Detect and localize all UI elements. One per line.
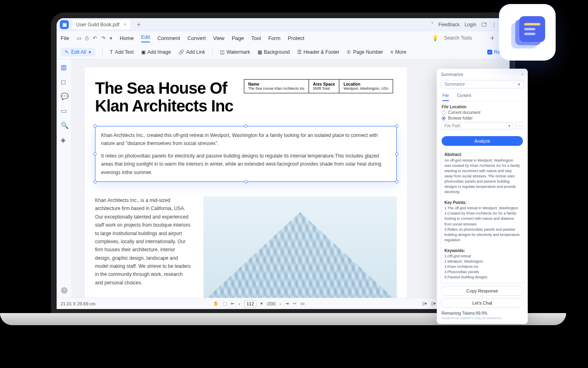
bookmark-icon[interactable]: ◻: [61, 78, 68, 85]
doc-paragraph: It relies on photovoltaic panels for ele…: [101, 152, 391, 177]
more-icon[interactable]: ⋮: [492, 22, 497, 27]
last-page-icon[interactable]: ⇥: [285, 301, 289, 306]
info-area-header: Ares Space: [313, 82, 335, 86]
resize-handle[interactable]: [93, 180, 97, 183]
redo-icon[interactable]: ↷: [101, 35, 106, 41]
menu-page[interactable]: Page: [232, 35, 244, 41]
document-tab[interactable]: User Guild Book.pdf ×: [72, 20, 130, 29]
feedback-link[interactable]: Feedback: [438, 22, 460, 27]
fit-page-icon[interactable]: ▭: [300, 301, 305, 306]
powered-by: Powered by ChatGPT, Only for Reference: [437, 316, 528, 324]
print-icon[interactable]: ⎙: [85, 35, 89, 41]
header-footer-icon: ☰: [297, 49, 302, 55]
keyword: 2.Westport, Washington: [444, 259, 483, 263]
analyze-button[interactable]: Analyze: [442, 136, 523, 146]
undo-icon[interactable]: ↶: [93, 35, 97, 41]
page-number-label: Page Number: [353, 49, 383, 55]
add-link-label: Add Link: [186, 49, 205, 55]
copy-response-button[interactable]: Copy Response: [441, 286, 524, 296]
checkbox-icon: ✓: [487, 50, 492, 55]
menu-view[interactable]: View: [213, 35, 224, 41]
resize-handle[interactable]: [93, 124, 97, 128]
file-path-input[interactable]: File Path ▾: [442, 122, 513, 130]
resize-handle[interactable]: [395, 124, 398, 128]
menu-comment[interactable]: Comment: [157, 35, 180, 41]
send-icon[interactable]: ✈: [490, 35, 495, 41]
menu-file[interactable]: File: [61, 35, 69, 41]
page-number-button[interactable]: ①Page Number: [347, 49, 383, 55]
resize-handle[interactable]: [93, 152, 97, 156]
keypoint: 2.Created by Khan Architects Inc for a f…: [444, 211, 516, 226]
divider: [212, 48, 213, 56]
watermark-button[interactable]: ◫Watermark: [220, 49, 250, 55]
keypoint: 1.The off-grid retreat in Westport, Wash…: [444, 206, 518, 210]
add-link-button[interactable]: 🔗Add Link: [178, 49, 205, 55]
next-page-icon[interactable]: ›: [279, 301, 281, 306]
remaining-tokens: Remaining Tokens:99.9%: [437, 308, 528, 316]
radio-current-document[interactable]: Current document: [442, 110, 523, 115]
first-page-icon[interactable]: ⇤: [231, 301, 235, 306]
menu-form[interactable]: Form: [268, 35, 280, 41]
info-name-header: Name: [248, 82, 305, 86]
radio-browse-folder[interactable]: Browse folder: [442, 116, 523, 120]
menu-tool[interactable]: Tool: [251, 35, 261, 41]
resize-handle[interactable]: [395, 180, 398, 183]
close-tab-icon[interactable]: ×: [123, 22, 126, 27]
thumbnails-icon[interactable]: ▥: [61, 63, 68, 71]
close-icon[interactable]: ×: [521, 72, 524, 77]
page-input[interactable]: [244, 300, 256, 307]
page-total: /200: [267, 301, 275, 306]
tab-content[interactable]: Content: [457, 91, 471, 101]
pencil-icon: ✎: [65, 49, 69, 55]
menu-home[interactable]: Home: [120, 35, 134, 41]
search-tools-input[interactable]: [444, 35, 484, 41]
notification-icon[interactable]: [481, 22, 487, 27]
layers-icon[interactable]: ◈: [61, 136, 68, 143]
resize-handle[interactable]: [244, 180, 247, 183]
chevron-down-icon[interactable]: ˅: [431, 22, 434, 27]
browse-button[interactable]: ⋯: [516, 122, 523, 129]
menu-convert[interactable]: Convert: [187, 35, 206, 41]
more-button[interactable]: ≡More: [390, 49, 406, 55]
mode-dropdown[interactable]: Summarize ▾: [441, 80, 524, 88]
comment-icon[interactable]: 💬: [61, 93, 68, 100]
search-icon[interactable]: 🔍: [61, 122, 68, 129]
dropdown-icon[interactable]: ▾: [110, 35, 112, 41]
fit-width-icon[interactable]: ⇿: [293, 301, 296, 306]
select-tool-icon[interactable]: ⬚: [223, 301, 227, 306]
help-icon[interactable]: ?: [61, 287, 68, 294]
hand-tool-icon[interactable]: ✋: [213, 301, 219, 306]
tab-title: User Guild Book.pdf: [76, 22, 119, 27]
watermark-icon: ◫: [220, 49, 224, 55]
pdf-page: The Sea House Of Klan Architects Inc Nam…: [84, 67, 408, 298]
info-area-value: 550ft Total: [313, 86, 335, 90]
save-icon[interactable]: ▭: [76, 35, 81, 41]
add-image-button[interactable]: ▣Add Image: [141, 49, 171, 55]
tab-file[interactable]: File: [442, 91, 449, 101]
link-icon: 🔗: [178, 49, 184, 55]
menu-edit[interactable]: Edit: [141, 34, 150, 42]
keyword: 4.Photovoltaic panels: [444, 270, 479, 274]
edit-all-label: Edit All: [71, 49, 86, 55]
image-icon: ▣: [141, 49, 146, 55]
prev-page-icon[interactable]: ‹: [239, 301, 240, 306]
watermark-label: Watermark: [226, 49, 250, 55]
dropdown-icon[interactable]: ▾: [260, 301, 263, 306]
selected-text-block[interactable]: Khan Architects Inc., created this off-g…: [95, 126, 397, 182]
info-loc-header: Location: [343, 82, 389, 86]
menu-protect[interactable]: Protect: [288, 35, 304, 41]
edit-all-button[interactable]: ✎ Edit All ▾: [61, 48, 95, 57]
resize-handle[interactable]: [395, 152, 398, 156]
background-button[interactable]: ▦Background: [258, 49, 290, 55]
page-icon[interactable]: ▭: [61, 107, 68, 114]
keypoint: 3.Relies on photovoltaic panels and pass…: [444, 227, 520, 242]
add-text-button[interactable]: TAdd Text: [110, 49, 134, 55]
header-footer-button[interactable]: ☰Header & Footer: [297, 49, 340, 55]
resize-handle[interactable]: [244, 124, 247, 128]
view-mode-icon[interactable]: ▯▾: [422, 301, 427, 306]
new-tab-button[interactable]: +: [134, 21, 143, 28]
login-link[interactable]: Login: [465, 22, 476, 27]
lets-chat-button[interactable]: Let's Chat: [441, 298, 524, 308]
layout-icon[interactable]: ▯▾: [431, 301, 436, 306]
add-text-label: Add Text: [115, 49, 133, 55]
